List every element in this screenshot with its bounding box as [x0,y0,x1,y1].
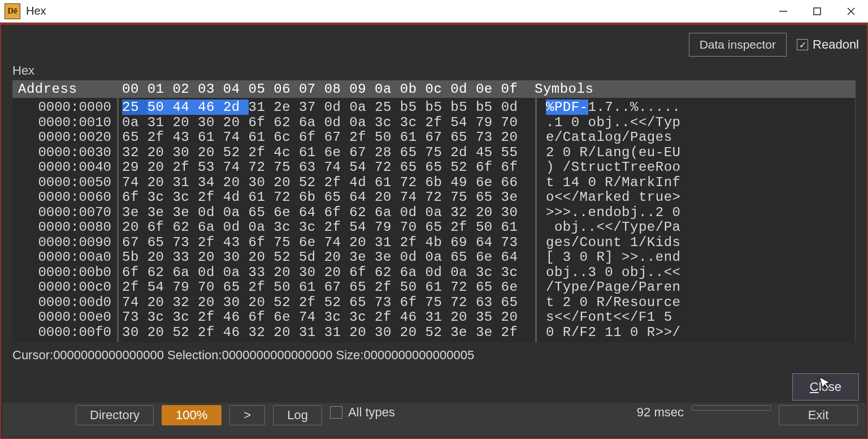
window-controls [766,0,868,22]
cursor-label: Cursor: [12,348,53,362]
alltypes-label: All types [348,405,395,420]
symbols-column[interactable]: %PDF-1.7..%..... .1 0 obj..<</Typ e/Cata… [537,98,855,342]
readonly-label: Readonl [813,37,859,52]
titlebar[interactable]: Dē Hex [0,0,868,23]
readonly-toggle[interactable]: ✓ Readonl [797,37,859,52]
toolbar: Data inspector ✓ Readonl [1,25,867,60]
app-icon: Dē [5,3,20,19]
size-label: Size: [336,348,364,362]
app-window: Dē Hex Data inspector ✓ Readonl Hex A [0,0,868,439]
log-button[interactable]: Log [273,405,322,425]
blank-button-1[interactable] [692,405,771,411]
next-button[interactable]: > [229,405,265,425]
header-symbols: Symbols [526,80,856,98]
selection-label: Selection: [167,348,222,362]
hex-panel: Address 00 01 02 03 04 05 06 07 08 09 0a… [12,80,856,342]
check-icon: ✓ [797,39,808,50]
window-title: Hex [26,5,46,18]
header-hex-offsets: 00 01 02 03 04 05 06 07 08 09 0a 0b 0c 0… [119,80,526,98]
hex-body[interactable]: 0000:0000 0000:0010 0000:0020 0000:0030 … [12,98,856,342]
maximize-button[interactable] [800,0,834,22]
background-toolbar: Directory 100% > Log All types 92 msec E… [2,403,866,437]
hex-header: Address 00 01 02 03 04 05 06 07 08 09 0a… [12,80,856,98]
selection-value: 0000000000000000 [222,348,333,362]
address-column: 0000:0000 0000:0010 0000:0020 0000:0030 … [12,98,119,342]
close-window-button[interactable] [834,0,868,22]
hex-bytes-column[interactable]: 25 50 44 46 2d 31 2e 37 0d 0a 25 b5 b5 b… [119,98,537,342]
svg-rect-1 [814,8,821,15]
header-address: Address [12,80,119,98]
exit-button[interactable]: Exit [779,405,858,425]
client-area: Data inspector ✓ Readonl Hex Address 00 … [0,23,868,439]
timing-label: 92 msec [637,405,684,420]
minimize-button[interactable] [766,0,800,22]
size-value: 0000000000000005 [363,348,474,362]
progress-indicator[interactable]: 100% [162,405,222,425]
cursor-value: 0000000000000000 [53,348,164,362]
alltypes-toggle[interactable]: All types [330,405,395,420]
checkbox-icon [330,406,342,419]
panel-label: Hex [1,60,867,80]
data-inspector-button[interactable]: Data inspector [689,33,787,57]
status-bar: Cursor:0000000000000000 Selection:000000… [1,342,867,368]
directory-button[interactable]: Directory [76,405,154,425]
